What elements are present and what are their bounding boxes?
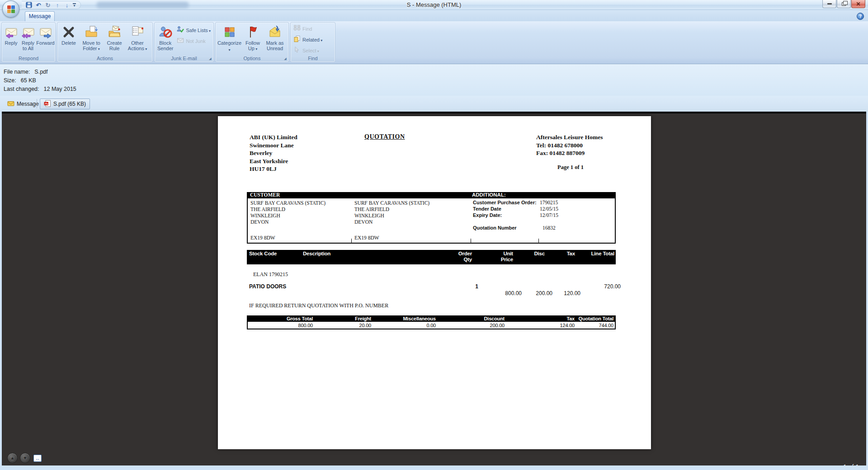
- office-button[interactable]: [2, 0, 19, 18]
- customer-table: CUSTOMER ADDITIONAL: SURF BAY CARAVANS (…: [247, 192, 616, 244]
- tab-separator: [37, 99, 37, 108]
- safe-lists-button[interactable]: Safe Lists: [175, 25, 212, 35]
- items-table-header: Stock Code Description Order Qty Unit Pr…: [247, 250, 616, 264]
- tab-attachment-pdf[interactable]: S.pdf (65 KB): [40, 99, 90, 109]
- close-icon: ✕: [856, 1, 860, 7]
- block-sender-icon: [158, 24, 173, 40]
- document-title: QUOTATION: [364, 133, 405, 141]
- item-disc: 200.00: [525, 290, 552, 296]
- column-tick: [351, 239, 352, 243]
- close-button[interactable]: ✕: [851, 0, 865, 8]
- other-actions-button[interactable]: Other Actions: [125, 23, 150, 56]
- po-note: IF REQUIRED RETURN QUOTATION WITH P.O. N…: [249, 302, 388, 309]
- file-size-value: 65 KB: [21, 77, 36, 84]
- customer-address-1: SURF BAY CARAVANS (STATIC) THE AIRFIELD …: [250, 200, 326, 225]
- move-to-folder-button[interactable]: Move to Folder: [79, 23, 104, 56]
- follow-up-icon: [245, 24, 260, 40]
- next-page-button[interactable]: ▼: [20, 453, 30, 463]
- column-tick: [538, 239, 539, 243]
- file-size-row: Size:65 KB: [4, 76, 868, 85]
- val-freight: 20.00: [330, 323, 371, 328]
- save-icon[interactable]: [25, 1, 33, 9]
- item-unit-price: 800.00: [495, 290, 522, 296]
- col-miscellaneous: Miscellaneous: [391, 316, 436, 321]
- reply-label: Reply: [5, 40, 17, 46]
- tab-message[interactable]: Message: [25, 11, 55, 21]
- col-gross-total: Gross Total: [272, 316, 313, 321]
- quotation-number-value: 16832: [542, 225, 556, 231]
- val-quotation-total: 744.00: [576, 323, 613, 328]
- categorize-label: Categorize: [217, 40, 242, 53]
- expiry-date-label: Expiry Date:: [473, 212, 502, 218]
- group-actions: Delete Move to Folder Create Rule: [57, 22, 153, 62]
- undo-icon[interactable]: ↶: [35, 1, 42, 9]
- reply-to-all-label: Reply to All: [19, 40, 37, 51]
- val-total-tax: 124.00: [547, 323, 575, 328]
- column-tick: [471, 239, 471, 243]
- val-gross-total: 800.00: [272, 323, 313, 328]
- select-icon: [293, 46, 301, 55]
- col-total-tax: Tax: [547, 316, 575, 321]
- company-contact: Aftersales Leisure Homes Tel: 01482 6780…: [536, 133, 603, 157]
- redo-icon[interactable]: ↻: [44, 1, 52, 9]
- fit-width-button[interactable]: ↔: [33, 455, 42, 462]
- postcode-1: EX19 8DW: [250, 235, 275, 240]
- col-order-qty: Order Qty: [454, 251, 472, 263]
- reply-to-all-button[interactable]: Reply to All: [19, 23, 37, 56]
- mark-as-unread-icon: [268, 24, 282, 40]
- previous-page-button[interactable]: ▲: [7, 453, 18, 463]
- help-button[interactable]: ?: [857, 13, 864, 20]
- find-label: Find: [302, 26, 312, 32]
- file-name-label: File name:: [4, 69, 30, 75]
- follow-up-button[interactable]: Follow Up: [242, 23, 263, 56]
- move-up-icon[interactable]: ↑: [54, 1, 61, 9]
- select-button[interactable]: Select: [292, 46, 324, 55]
- junk-dialog-launcher-icon[interactable]: ◢: [208, 56, 212, 61]
- not-junk-button[interactable]: Not Junk: [175, 36, 212, 46]
- fit-width-icon: ↔: [35, 456, 40, 461]
- attachment-tab-bar: Message S.pdf (65 KB): [0, 96, 868, 112]
- categorize-button[interactable]: Categorize: [217, 23, 242, 56]
- item-description: PATIO DOORS: [249, 283, 286, 290]
- follow-up-label: Follow Up: [242, 40, 263, 52]
- pdf-preview-area[interactable]: ABI (UK) Limited Swinemoor Lane Beverley…: [2, 112, 866, 465]
- col-line-total: Line Total: [583, 251, 614, 257]
- qat-customize-icon[interactable]: ▾: [73, 3, 76, 7]
- create-rule-icon: [107, 24, 122, 40]
- restore-icon: [842, 2, 846, 6]
- quotation-number-label: Quotation Number: [473, 225, 517, 231]
- window-frame-bottom: [0, 465, 868, 470]
- safe-lists-icon: [177, 26, 184, 35]
- move-down-icon[interactable]: ↓: [63, 1, 71, 9]
- col-discount: Discount: [464, 316, 505, 321]
- minimize-button[interactable]: [822, 0, 836, 8]
- group-junk-email: Block Sender Safe Lists Not Junk: [154, 22, 214, 62]
- block-sender-label: Block Sender: [156, 40, 175, 51]
- create-rule-button[interactable]: Create Rule: [104, 23, 125, 56]
- other-actions-icon: [130, 24, 145, 40]
- find-button[interactable]: Find: [292, 24, 324, 33]
- totals-table: Gross Total Freight Miscellaneous Discou…: [247, 315, 616, 329]
- customer-address-2: SURF BAY CARAVANS (STATIC) THE AIRFIELD …: [354, 200, 429, 225]
- other-actions-label: Other Actions: [125, 40, 150, 52]
- find-icon: [293, 24, 301, 33]
- delete-button[interactable]: Delete: [58, 23, 79, 56]
- move-to-folder-label: Move to Folder: [79, 40, 104, 52]
- tender-date-label: Tender Date: [473, 206, 501, 212]
- reply-button[interactable]: Reply: [3, 23, 19, 56]
- page-number-label: Page 1 of 1: [557, 164, 584, 171]
- group-options: Categorize Follow Up Mark as Unread Opti…: [215, 22, 289, 62]
- pdf-file-icon: [44, 100, 51, 108]
- forward-button[interactable]: Forward: [37, 23, 54, 56]
- related-button[interactable]: Related: [292, 35, 324, 44]
- block-sender-button[interactable]: Block Sender: [156, 23, 175, 56]
- options-dialog-launcher-icon[interactable]: ◢: [283, 56, 288, 61]
- create-rule-label: Create Rule: [104, 40, 125, 51]
- tab-message-body-label: Message: [17, 101, 39, 107]
- restore-button[interactable]: [837, 0, 851, 8]
- group-label-options: Options: [216, 56, 288, 61]
- col-disc: Disc: [527, 251, 545, 257]
- col-freight: Freight: [330, 316, 371, 321]
- col-tax: Tax: [557, 251, 575, 257]
- mark-as-unread-button[interactable]: Mark as Unread: [263, 23, 287, 56]
